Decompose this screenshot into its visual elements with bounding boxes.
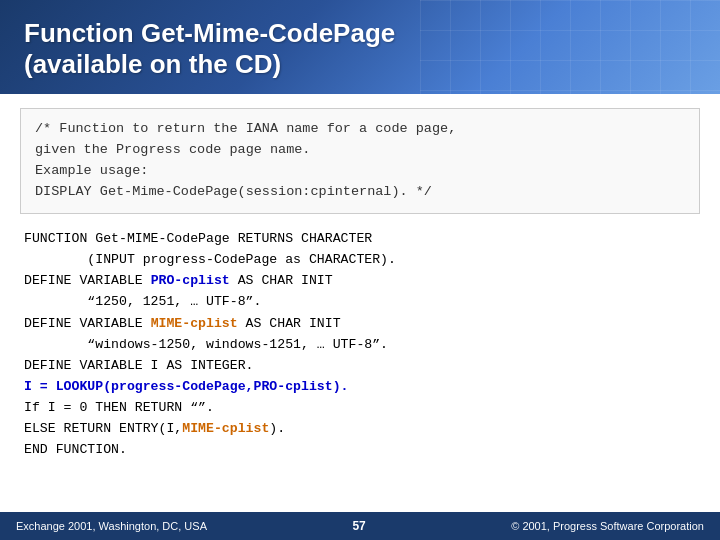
slide-title: Function Get-Mime-CodePage (available on… <box>24 18 696 80</box>
code-line6: “windows-1250, windows-1251, … UTF-8”. <box>24 334 696 355</box>
footer-right: © 2001, Progress Software Corporation <box>511 520 704 532</box>
code-line1: FUNCTION Get-MIME-CodePage RETURNS CHARA… <box>24 228 696 249</box>
slide: Function Get-Mime-CodePage (available on… <box>0 0 720 540</box>
code-line5: DEFINE VARIABLE MIME-cplist AS CHAR INIT <box>24 313 696 334</box>
title-line1: Function Get-Mime-CodePage <box>24 18 395 48</box>
slide-header: Function Get-Mime-CodePage (available on… <box>0 0 720 94</box>
comment-line2: given the Progress code page name. <box>35 140 685 161</box>
code-block: FUNCTION Get-MIME-CodePage RETURNS CHARA… <box>20 228 700 460</box>
footer-left: Exchange 2001, Washington, DC, USA <box>16 520 207 532</box>
code-line9: If I = 0 THEN RETURN “”. <box>24 397 696 418</box>
code-line8: I = LOOKUP(progress-CodePage,​PRO-cplist… <box>24 376 696 397</box>
title-line2: (available on the CD) <box>24 49 281 79</box>
code-line7: DEFINE VARIABLE I AS INTEGER. <box>24 355 696 376</box>
code-line3: DEFINE VARIABLE PRO-cplist AS CHAR INIT <box>24 270 696 291</box>
comment-line1: /* Function to return the IANA name for … <box>35 119 685 140</box>
comment-line4: DISPLAY Get-Mime-CodePage(session:cpinte… <box>35 182 685 203</box>
code-line2: (INPUT progress-CodePage as CHARACTER). <box>24 249 696 270</box>
slide-footer: Exchange 2001, Washington, DC, USA 57 © … <box>0 512 720 540</box>
code-line4: “1250, 1251, … UTF-8”. <box>24 291 696 312</box>
slide-content: /* Function to return the IANA name for … <box>0 94 720 466</box>
code-line11: END FUNCTION. <box>24 439 696 460</box>
footer-page-number: 57 <box>352 519 365 533</box>
code-line10: ELSE RETURN ENTRY(I,MIME-cplist). <box>24 418 696 439</box>
comment-block: /* Function to return the IANA name for … <box>20 108 700 214</box>
comment-line3: Example usage: <box>35 161 685 182</box>
